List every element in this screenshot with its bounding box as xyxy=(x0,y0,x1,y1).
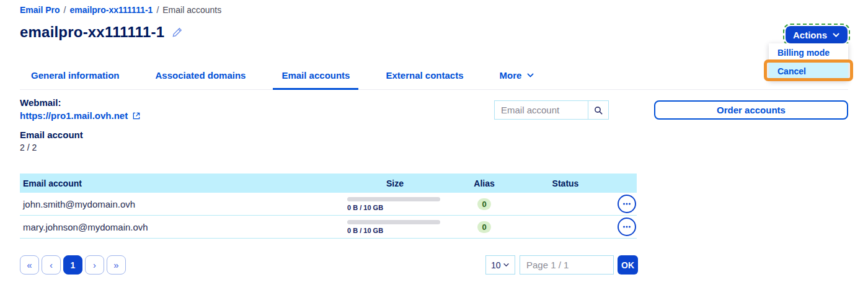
page-size-select[interactable]: 10 xyxy=(485,255,515,275)
tab-more[interactable]: More xyxy=(491,70,544,90)
email-cell: john.smith@mydomain.ovh xyxy=(20,199,336,209)
page-size-value: 10 xyxy=(491,260,501,270)
webmail-label: Webmail: xyxy=(20,97,141,108)
pagination-ok-button[interactable]: OK xyxy=(618,255,638,275)
column-header-size: Size xyxy=(336,178,454,188)
search-bar xyxy=(494,100,609,120)
breadcrumb-separator: / xyxy=(64,5,66,15)
pagination-prev-button[interactable]: ‹ xyxy=(42,255,61,275)
size-cell: 0 B / 10 GB xyxy=(336,220,454,234)
tab-more-label: More xyxy=(500,70,522,81)
menu-item-cancel[interactable]: Cancel xyxy=(769,62,848,81)
tab-associated-domains[interactable]: Associated domains xyxy=(147,70,255,90)
actions-menu: Billing mode Cancel xyxy=(769,43,848,81)
quota-progress-bar xyxy=(347,220,440,224)
alias-count-badge: 0 xyxy=(477,198,491,210)
row-actions-cell xyxy=(616,218,637,236)
breadcrumb: Email Pro / emailpro-xx111111-1 / Email … xyxy=(20,5,221,15)
alias-cell: 0 xyxy=(454,221,515,233)
ellipsis-icon xyxy=(621,221,632,232)
row-actions-button[interactable] xyxy=(618,195,636,213)
breadcrumb-email-pro[interactable]: Email Pro xyxy=(20,5,60,15)
external-link-icon xyxy=(132,112,141,120)
menu-item-billing-mode[interactable]: Billing mode xyxy=(769,43,848,62)
email-cell: mary.johnson@mydomain.ovh xyxy=(20,222,336,232)
column-header-status: Status xyxy=(515,178,616,188)
order-accounts-button[interactable]: Order accounts xyxy=(654,100,848,120)
pagination-next-button[interactable]: › xyxy=(85,255,104,275)
email-account-count: 2 / 2 xyxy=(20,143,141,152)
title-row: emailpro-xx111111-1 xyxy=(20,24,183,41)
email-pro-page: Email Pro / emailpro-xx111111-1 / Email … xyxy=(0,0,868,290)
webmail-url: https://pro1.mail.ovh.net xyxy=(20,110,128,121)
pagination-last-button[interactable]: » xyxy=(107,255,126,275)
pagination: « ‹ 1 › » xyxy=(20,255,126,275)
chevron-down-icon xyxy=(503,261,510,268)
edit-pencil-icon[interactable] xyxy=(172,27,183,38)
tab-external-contacts[interactable]: External contacts xyxy=(377,70,472,90)
size-cell: 0 B / 10 GB xyxy=(336,197,454,211)
page-number-input[interactable] xyxy=(520,255,614,275)
tab-email-accounts[interactable]: Email accounts xyxy=(273,70,358,90)
table-row: mary.johnson@mydomain.ovh 0 B / 10 GB 0 xyxy=(20,216,637,239)
table-header-row: Email account Size Alias Status xyxy=(20,174,637,193)
quota-label: 0 B / 10 GB xyxy=(347,227,454,234)
tab-bar: General information Associated domains E… xyxy=(20,70,848,90)
actions-button[interactable]: Actions xyxy=(786,26,848,43)
breadcrumb-separator: / xyxy=(156,5,159,15)
search-button[interactable] xyxy=(588,100,609,120)
table-row: john.smith@mydomain.ovh 0 B / 10 GB 0 xyxy=(20,193,637,216)
row-actions-button[interactable] xyxy=(618,218,636,236)
page-title: emailpro-xx111111-1 xyxy=(20,24,164,41)
search-icon xyxy=(593,105,603,115)
webmail-link[interactable]: https://pro1.mail.ovh.net xyxy=(20,110,141,121)
email-accounts-table: Email account Size Alias Status john.smi… xyxy=(20,174,637,239)
quota-label: 0 B / 10 GB xyxy=(347,204,454,211)
column-header-alias: Alias xyxy=(454,178,515,188)
tab-general-information[interactable]: General information xyxy=(22,70,128,90)
alias-cell: 0 xyxy=(454,198,515,210)
actions-button-label: Actions xyxy=(793,30,827,40)
breadcrumb-service[interactable]: emailpro-xx111111-1 xyxy=(69,5,153,15)
search-input[interactable] xyxy=(494,100,588,120)
alias-count-badge: 0 xyxy=(477,221,491,233)
chevron-down-icon xyxy=(526,71,534,79)
pagination-page-1-button[interactable]: 1 xyxy=(63,255,82,275)
column-header-email: Email account xyxy=(20,178,336,188)
pagination-first-button[interactable]: « xyxy=(20,255,39,275)
pagination-controls: 10 OK xyxy=(485,255,638,275)
service-summary: Webmail: https://pro1.mail.ovh.net Email… xyxy=(20,97,141,152)
breadcrumb-current: Email accounts xyxy=(162,5,221,15)
email-account-label: Email account xyxy=(20,130,141,140)
ellipsis-icon xyxy=(621,198,632,209)
quota-progress-bar xyxy=(347,197,440,201)
row-actions-cell xyxy=(616,195,637,213)
chevron-down-icon xyxy=(832,31,840,39)
